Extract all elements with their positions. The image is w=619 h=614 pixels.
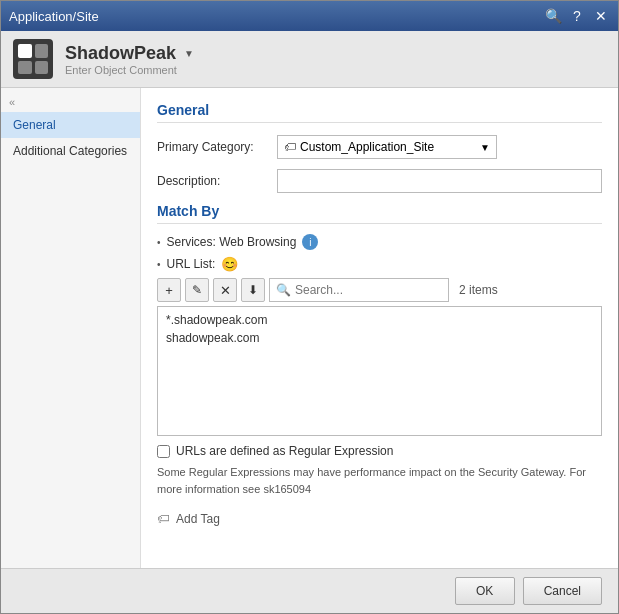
main-panel: General Primary Category: 🏷 Custom_Appli… — [141, 88, 618, 568]
general-section-title: General — [157, 102, 602, 123]
warning-text: Some Regular Expressions may have perfor… — [157, 464, 602, 497]
url-list-box[interactable]: *.shadowpeak.com shadowpeak.com — [157, 306, 602, 436]
items-count: 2 items — [459, 283, 498, 297]
app-dropdown-arrow[interactable]: ▼ — [184, 48, 194, 59]
url-entry-0[interactable]: *.shadowpeak.com — [162, 311, 597, 329]
regex-checkbox-row: URLs are defined as Regular Expression — [157, 444, 602, 458]
match-by-section: Match By • Services: Web Browsing i • UR… — [157, 203, 602, 497]
primary-category-label: Primary Category: — [157, 140, 277, 154]
url-edit-button[interactable]: ✎ — [185, 278, 209, 302]
sidebar-item-additional-categories[interactable]: Additional Categories — [1, 138, 140, 164]
cancel-button[interactable]: Cancel — [523, 577, 602, 605]
description-label: Description: — [157, 174, 277, 188]
category-dropdown-arrow: ▼ — [480, 142, 490, 153]
services-info-icon[interactable]: i — [302, 234, 318, 250]
services-bullet: • — [157, 237, 161, 248]
content-area: « General Additional Categories General … — [1, 88, 618, 568]
primary-category-row: Primary Category: 🏷 Custom_Application_S… — [157, 135, 602, 159]
url-entry-1[interactable]: shadowpeak.com — [162, 329, 597, 347]
sidebar: « General Additional Categories — [1, 88, 141, 568]
window-title: Application/Site — [9, 9, 99, 24]
services-label: Services: Web Browsing — [167, 235, 297, 249]
sidebar-collapse-btn[interactable]: « — [1, 92, 140, 112]
regex-checkbox-label: URLs are defined as Regular Expression — [176, 444, 393, 458]
help-button[interactable]: ? — [568, 7, 586, 25]
description-row: Description: — [157, 169, 602, 193]
match-by-title: Match By — [157, 203, 602, 224]
sidebar-item-general[interactable]: General — [1, 112, 140, 138]
description-input[interactable] — [277, 169, 602, 193]
url-toolbar: + ✎ ✕ ⬇ 🔍 2 items — [157, 278, 602, 302]
application-window: Application/Site 🔍 ? ✕ ShadowPeak ▼ Ente… — [0, 0, 619, 614]
bottom-bar: OK Cancel — [1, 568, 618, 613]
icon-sq-4 — [35, 61, 49, 75]
app-title-group: ShadowPeak ▼ Enter Object Comment — [65, 43, 194, 76]
app-icon — [13, 39, 53, 79]
category-tag-icon: 🏷 — [284, 140, 296, 154]
close-button[interactable]: ✕ — [592, 7, 610, 25]
url-list-bullet: • — [157, 259, 161, 270]
app-header: ShadowPeak ▼ Enter Object Comment — [1, 31, 618, 88]
services-row: • Services: Web Browsing i — [157, 234, 602, 250]
add-tag-row[interactable]: 🏷 Add Tag — [157, 511, 602, 526]
url-search-input[interactable] — [295, 283, 442, 297]
icon-sq-3 — [18, 61, 32, 75]
url-add-button[interactable]: + — [157, 278, 181, 302]
primary-category-select[interactable]: 🏷 Custom_Application_Site ▼ — [277, 135, 497, 159]
app-subtitle: Enter Object Comment — [65, 64, 194, 76]
icon-sq-1 — [18, 44, 32, 58]
url-download-button[interactable]: ⬇ — [241, 278, 265, 302]
add-tag-label: Add Tag — [176, 512, 220, 526]
url-delete-button[interactable]: ✕ — [213, 278, 237, 302]
url-list-row: • URL List: 😊 — [157, 256, 602, 272]
title-bar: Application/Site 🔍 ? ✕ — [1, 1, 618, 31]
icon-sq-2 — [35, 44, 49, 58]
url-list-label: URL List: — [167, 257, 216, 271]
app-name: ShadowPeak — [65, 43, 176, 64]
category-value: Custom_Application_Site — [300, 140, 434, 154]
tag-icon: 🏷 — [157, 511, 170, 526]
url-search-icon: 🔍 — [276, 283, 291, 297]
window-controls: 🔍 ? ✕ — [544, 7, 610, 25]
regex-checkbox[interactable] — [157, 445, 170, 458]
search-window-button[interactable]: 🔍 — [544, 7, 562, 25]
ok-button[interactable]: OK — [455, 577, 515, 605]
url-search-box: 🔍 — [269, 278, 449, 302]
url-list-smiley-icon: 😊 — [221, 256, 238, 272]
